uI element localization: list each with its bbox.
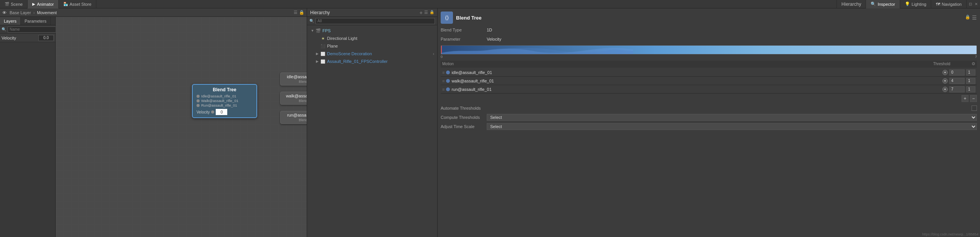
inspector-menu-icon[interactable]: ☰ xyxy=(972,15,977,21)
velocity-node-label: Velocity xyxy=(197,110,210,114)
hierarchy-item-plane[interactable]: ▶ ⬛ Plane xyxy=(307,42,437,50)
run-node-name: run@assault_rifle_01 xyxy=(285,113,307,117)
param-bar-container: 0 7 xyxy=(441,45,977,58)
hierarchy-lock-icon[interactable]: 🔒 xyxy=(430,10,434,15)
blend-tree-motion-3: Run@assault_rifle_01 xyxy=(197,103,253,107)
hierarchy-item-dirlight[interactable]: ▶ ☀ Directional Light xyxy=(307,35,437,42)
close-top-icon[interactable]: ✕ xyxy=(975,2,978,6)
animator-lock-icon[interactable]: 🔒 xyxy=(299,10,304,15)
param-min: 0 xyxy=(441,55,443,59)
adjust-time-scale-row: Adjust Time Scale Select xyxy=(441,123,977,130)
fps-label: FPS xyxy=(322,28,331,33)
adjust-time-scale-label: Adjust Time Scale xyxy=(441,124,487,129)
run-node[interactable]: run@assault_rifle_01 Blend Tree xyxy=(280,111,307,124)
name-search-input[interactable] xyxy=(8,26,60,33)
animator-canvas[interactable]: idle@assault_rifle_01 Blend Tree walk@as… xyxy=(56,17,307,237)
idle-node-type: Blend Tree xyxy=(285,80,307,84)
inspector-panel: ⟨⟩ Blend Tree 🔒 ☰ Blend Type 1D Paramete… xyxy=(438,8,980,237)
drag-handle-run[interactable]: ≡ xyxy=(442,87,445,92)
idle-loop-input[interactable] xyxy=(966,69,975,76)
assault-expand-arrow: ▶ xyxy=(315,59,319,64)
table-settings-icon[interactable]: ⚙ xyxy=(972,61,975,66)
motion-add-button[interactable]: + xyxy=(962,95,968,102)
run-circle-btn[interactable]: ● xyxy=(942,87,948,92)
hierarchy-item-assault[interactable]: ▶ ⬜ Assault_Rifle_01_FPSController xyxy=(307,58,437,65)
walk-loop-input[interactable] xyxy=(966,78,975,84)
hierarchy-item-demoscene[interactable]: ▶ ⬜ DemoScene Decoration › xyxy=(307,50,437,58)
motion-remove-button[interactable]: − xyxy=(970,95,977,102)
walk-circle-icon: ● xyxy=(944,79,946,82)
inspector-lock-icon[interactable]: 🔒 xyxy=(965,15,970,21)
animator-panel: 👁 Base Layer › Movement ☰ 🔒 Layers Param xyxy=(0,8,307,237)
inspector-title-text: Blend Tree xyxy=(456,15,481,21)
blend-type-row: Blend Type 1D xyxy=(441,26,977,34)
hierarchy-panel: Hierarchy + ☰ 🔒 🔍 ▼ 🎬 FPS ▶ ☀ Directiona… xyxy=(307,8,438,237)
lighting-icon-top: 💡 xyxy=(905,2,910,7)
motion-row-idle: ≡ idle@assault_rifle_01 ● xyxy=(441,68,977,77)
idle-motion-name: idle@assault_rifle_01 xyxy=(451,70,942,75)
run-threshold-input[interactable] xyxy=(949,86,965,92)
tab-asset-store[interactable]: 🏪 Asset Store xyxy=(59,0,96,8)
tab-scene[interactable]: 🎬 Scene xyxy=(0,0,28,8)
motion-table-header: Motion Threshold ⚙ xyxy=(441,61,977,67)
top-lighting-tab[interactable]: 💡 Lighting xyxy=(900,0,932,8)
hierarchy-add-button[interactable]: + xyxy=(420,10,423,15)
breadcrumb-arrow: › xyxy=(33,10,35,15)
idle-node-name: idle@assault_rifle_01 xyxy=(285,74,307,79)
demoscene-arrow-right[interactable]: › xyxy=(433,52,434,56)
animator-header: 👁 Base Layer › Movement ☰ 🔒 xyxy=(0,8,307,17)
blend-tree-node[interactable]: Blend Tree Idle@assault_rifle_01 Walk@as… xyxy=(192,84,257,118)
top-inspector-tab[interactable]: 🔍 Inspector xyxy=(866,0,900,8)
demoscene-icon: ⬜ xyxy=(320,51,326,56)
velocity-label: Velocity xyxy=(2,36,38,40)
assault-label: Assault_Rifle_01_FPSController xyxy=(327,59,388,64)
idle-node[interactable]: idle@assault_rifle_01 Blend Tree xyxy=(280,72,307,86)
walk-motion-name: walk@assault_rifle_01 xyxy=(451,79,942,83)
walk-node-type: Blend Tree xyxy=(285,99,307,103)
connector-2 xyxy=(197,99,200,102)
fps-expand-arrow: ▼ xyxy=(310,28,315,33)
connections-svg xyxy=(56,17,171,74)
top-tab-bar: 🎬 Scene ▶ Animator 🏪 Asset Store Hierarc… xyxy=(0,0,980,8)
animator-icon: ▶ xyxy=(32,2,35,6)
drag-handle-walk[interactable]: ≡ xyxy=(442,79,445,83)
blend-tree-title: Blend Tree xyxy=(197,87,253,92)
motion-icon-idle xyxy=(446,71,450,74)
animator-body: Layers Parameters 🔍 + ▾ Velocity xyxy=(0,17,307,237)
compute-thresholds-select[interactable]: Select xyxy=(487,114,977,121)
hierarchy-menu-icon[interactable]: ☰ xyxy=(424,10,428,15)
assault-icon: ⬜ xyxy=(320,59,326,64)
idle-circle-btn[interactable]: ● xyxy=(942,70,948,75)
parameter-label: Parameter xyxy=(441,37,487,41)
layers-tab[interactable]: Layers xyxy=(0,17,21,25)
tab-animator[interactable]: ▶ Animator xyxy=(28,0,59,8)
param-bar[interactable] xyxy=(441,45,977,54)
blend-tree-motion-2: Walk@assault_rifle_01 xyxy=(197,99,253,103)
top-right-controls: ⊡ ✕ xyxy=(967,2,980,6)
top-navigation-tab[interactable]: 🗺 Navigation xyxy=(931,0,967,8)
walk-threshold-input[interactable] xyxy=(949,78,965,84)
hierarchy-item-fps[interactable]: ▼ 🎬 FPS xyxy=(307,27,437,35)
hierarchy-search-input[interactable] xyxy=(316,18,435,24)
main-layout: 👁 Base Layer › Movement ☰ 🔒 Layers Param xyxy=(0,8,980,237)
maximize-icon[interactable]: ⊡ xyxy=(969,2,972,6)
parameters-tab[interactable]: Parameters xyxy=(21,17,51,25)
automate-thresholds-checkbox[interactable] xyxy=(972,105,977,111)
idle-threshold-input[interactable] xyxy=(949,69,965,76)
run-loop-input[interactable] xyxy=(966,86,975,92)
inspector-title: Blend Tree xyxy=(456,15,481,21)
breadcrumb-base[interactable]: Base Layer xyxy=(10,10,31,15)
walk-node[interactable]: walk@assault_rifle_01 Blend Tree xyxy=(280,92,307,105)
animator-menu-icon[interactable]: ☰ xyxy=(294,10,297,15)
adjust-time-scale-select[interactable]: Select xyxy=(487,123,977,130)
walk-circle-btn[interactable]: ● xyxy=(942,78,948,84)
drag-handle-idle[interactable]: ≡ xyxy=(442,70,445,75)
velocity-node-input[interactable] xyxy=(216,109,227,115)
hierarchy-controls: + ☰ 🔒 xyxy=(420,10,434,15)
velocity-input[interactable] xyxy=(38,35,54,41)
name-search-row: 🔍 + ▾ xyxy=(0,25,55,34)
top-hierarchy-label: Hierarchy xyxy=(837,0,866,8)
hierarchy-header: Hierarchy + ☰ 🔒 xyxy=(307,8,437,17)
inspector-title-row: ⟨⟩ Blend Tree 🔒 ☰ xyxy=(441,12,977,24)
layers-sidebar: Layers Parameters 🔍 + ▾ Velocity xyxy=(0,17,56,237)
